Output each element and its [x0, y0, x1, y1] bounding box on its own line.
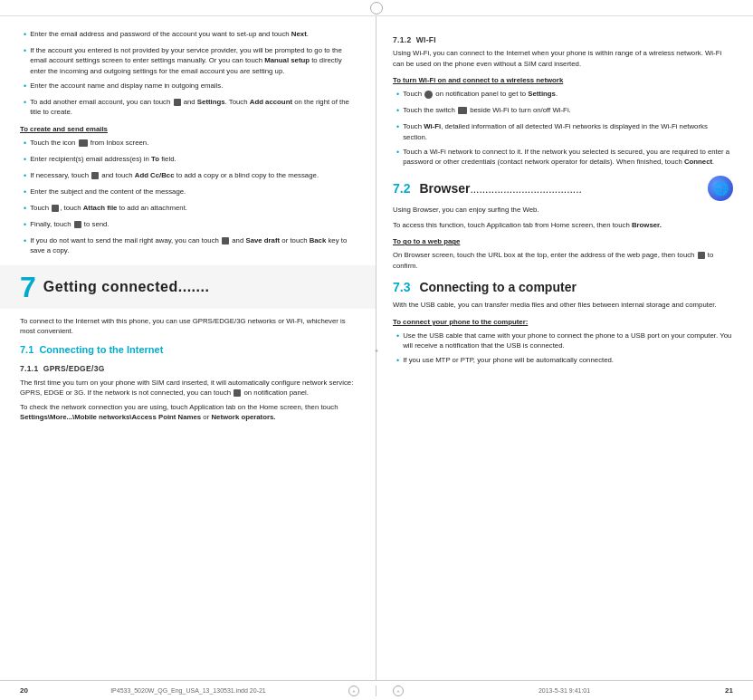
connect-computer-header: To connect your phone to the computer: [393, 317, 733, 327]
chapter-header: 7 Getting connected....... [0, 265, 376, 309]
bullet-text: Enter the subject and the content of the… [30, 187, 359, 198]
bullet-text: Enter recipient(s) email address(es) in … [30, 154, 359, 166]
bullet-text: If you do not want to send the mail righ… [30, 235, 359, 256]
bullet-icon: • [24, 81, 26, 92]
goto-webpage-desc: On Browser screen, touch the URL box at … [393, 250, 733, 271]
section-73-number: 7.3 [393, 280, 410, 294]
list-item: • Use the USB cable that came with your … [393, 331, 733, 351]
bullet-icon: • [24, 154, 26, 166]
section-71-header: 7.1 Connecting to the Internet [20, 343, 359, 358]
bullet-icon: • [24, 170, 26, 182]
list-item: • Enter the subject and the content of t… [20, 187, 359, 198]
section-72-desc: Using Browser, you can enjoy surfing the… [393, 205, 733, 215]
bullet-text: Touch a Wi-Fi network to connect to it. … [403, 147, 733, 168]
left-page: • Enter the email address and password o… [0, 16, 376, 680]
bullet-text: Touch the switch beside Wi-Fi to turn on… [403, 105, 733, 117]
list-item: • Touch Wi-Fi, detailed information of a… [393, 121, 733, 142]
section-73-header-container: 7.3 Connecting to a computer [393, 278, 733, 296]
bullet-text: If necessary, touch and touch Add Cc/Bcc… [30, 170, 359, 182]
bullet-icon: • [396, 355, 399, 367]
bullet-text: Use the USB cable that came with your ph… [403, 331, 733, 351]
create-send-header: To create and send emails [20, 124, 359, 134]
footer-left: 20 IP4533_5020W_QG_Eng_USA_13_130531.ind… [0, 686, 376, 696]
page-number-right: 21 [725, 686, 733, 695]
bullet-text: Touch , touch Attach file to add an atta… [30, 203, 359, 215]
bullet-icon: • [396, 331, 399, 351]
section-73-desc: With the USB cable, you can transfer med… [393, 300, 733, 310]
right-page: 7.1.2 Wi-Fi Using Wi-Fi, you can connect… [376, 16, 753, 680]
section-72-title: Browser.................................… [413, 181, 582, 196]
list-item: • If you do not want to send the mail ri… [20, 235, 359, 256]
bullet-text: Enter the email address and password of … [30, 29, 359, 41]
section-711-header: 7.1.1 GPRS/EDGE/3G [20, 363, 359, 374]
bullet-icon: • [396, 105, 399, 117]
bullet-icon: • [396, 147, 399, 168]
chapter-description: To connect to the Internet with this pho… [20, 316, 359, 337]
section-72-number: 7.2 [393, 181, 410, 196]
bullet-icon: • [24, 203, 26, 215]
section-72-access: To access this function, touch Applicati… [393, 220, 733, 230]
bullet-text: Touch the icon from Inbox screen. [30, 138, 359, 149]
bullet-text: Enter the account name and display name … [30, 81, 359, 92]
section-72-text: 7.2 Browser.............................… [393, 179, 701, 197]
list-item: • If you use MTP or PTP, your phone will… [393, 355, 733, 367]
footer-date: 2013-5-31 9:41:01 [539, 687, 590, 694]
section-712-desc: Using Wi-Fi, you can connect to the Inte… [393, 48, 733, 69]
compass-footer: + [348, 686, 359, 696]
bullet-text: Finally, touch to send. [30, 219, 359, 231]
list-item: • Enter the email address and password o… [20, 29, 359, 41]
footer-right: + 2013-5-31 9:41:01 21 [376, 686, 753, 696]
section-712-header: 7.1.2 Wi-Fi [393, 34, 733, 45]
page-number-left: 20 [20, 686, 28, 695]
bullet-text: To add another email account, you can to… [30, 97, 359, 118]
section-73-title: Connecting to a computer [413, 280, 577, 294]
compass-footer-right: + [393, 686, 404, 696]
bullet-text: If you use MTP or PTP, your phone will b… [403, 355, 733, 367]
bullet-icon: • [24, 219, 26, 231]
list-item: • To add another email account, you can … [20, 97, 359, 118]
bullet-icon: • [24, 138, 26, 149]
list-item: • Touch the switch beside Wi-Fi to turn … [393, 105, 733, 117]
page-container: + • Enter the email address and password… [0, 0, 753, 700]
list-item: • Enter the account name and display nam… [20, 81, 359, 92]
goto-webpage-header: To go to a web page [393, 236, 733, 246]
list-item: • Enter recipient(s) email address(es) i… [20, 154, 359, 166]
bullet-icon: • [24, 187, 26, 198]
list-item: • Touch on notification panel to get to … [393, 89, 733, 101]
list-item: • Finally, touch to send. [20, 219, 359, 231]
footer-file-info: IP4533_5020W_QG_Eng_USA_13_130531.indd 2… [110, 687, 266, 694]
bullet-icon: • [24, 97, 26, 118]
chapter-number: 7 [20, 273, 36, 302]
page-footer: 20 IP4533_5020W_QG_Eng_USA_13_130531.ind… [0, 680, 753, 700]
chapter-title: Getting connected....... [43, 276, 210, 297]
list-item: • If necessary, touch and touch Add Cc/B… [20, 170, 359, 182]
wifi-turn-on-header: To turn Wi-Fi on and connect to a wirele… [393, 75, 733, 85]
bullet-icon: • [396, 121, 399, 142]
top-margin: + [0, 0, 753, 16]
list-item: • If the account you entered is not prov… [20, 45, 359, 76]
list-item: • Touch the icon from Inbox screen. [20, 138, 359, 149]
bullet-icon: • [24, 45, 26, 76]
bullet-text: If the account you entered is not provid… [30, 45, 359, 76]
list-item: • Touch a Wi-Fi network to connect to it… [393, 147, 733, 168]
section-711-para1: The first time you turn on your phone wi… [20, 378, 359, 398]
bullet-icon: • [24, 29, 26, 41]
section-711-para2: To check the network connection you are … [20, 402, 359, 423]
bullet-icon: • [396, 89, 399, 101]
browser-icon: 🌐 [708, 176, 733, 201]
compass-top: + [370, 2, 383, 14]
section-72-header-container: 7.2 Browser.............................… [393, 176, 733, 201]
bullet-text: Touch on notification panel to get to Se… [403, 89, 733, 101]
bullet-icon: • [24, 235, 26, 256]
list-item: • Touch , touch Attach file to add an at… [20, 203, 359, 215]
bullet-text: Touch Wi-Fi, detailed information of all… [403, 121, 733, 142]
